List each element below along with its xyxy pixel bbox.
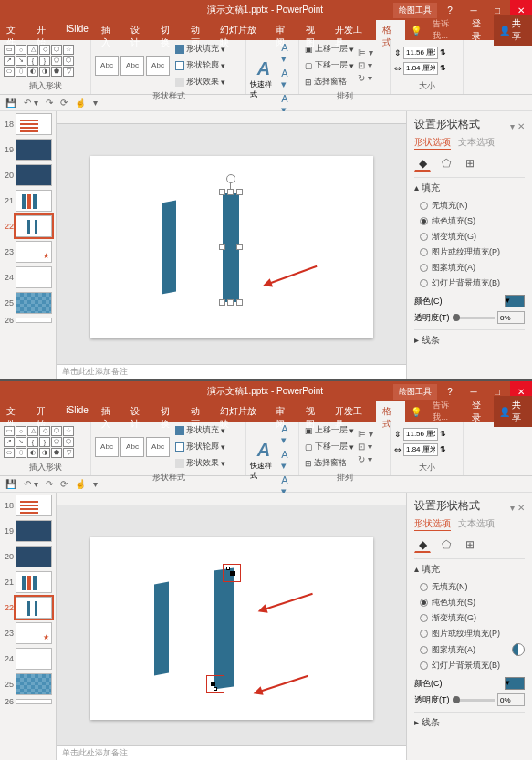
menu-islide[interactable]: iSlide [59, 20, 94, 40]
style-preset-1[interactable]: Abc [95, 437, 119, 457]
line-section[interactable]: ▸ 线条 [414, 334, 525, 347]
size-props-icon[interactable]: ⊞ [462, 536, 478, 553]
shape-selected[interactable] [223, 193, 239, 302]
line-section[interactable]: ▸ 线条 [414, 716, 525, 729]
slide-canvas[interactable] [57, 505, 406, 745]
menu-format[interactable]: 格式 [376, 20, 406, 40]
style-preset-3[interactable]: Abc [146, 437, 170, 457]
color-picker[interactable]: ▾ [505, 295, 525, 307]
fill-section[interactable]: ▴ 填充 [414, 563, 525, 576]
quick-styles-button[interactable]: A快速样式 [250, 440, 277, 481]
slide[interactable] [90, 537, 373, 720]
shape-gallery[interactable]: ▭○△◇⬡☆ ↗↘{}⬠⬡ ⬭⬯◐◑⬟▽ [4, 426, 74, 458]
undo-icon[interactable]: ↶ ▾ [24, 479, 38, 489]
save-icon[interactable]: 💾 [5, 98, 16, 108]
fill-section[interactable]: ▴ 填充 [414, 182, 525, 194]
radio-gradient-fill[interactable]: 渐变填充(G) [414, 610, 525, 626]
thumb-19[interactable]: 19 [0, 137, 56, 162]
text-fill-button[interactable]: A ▾ [281, 423, 295, 446]
touch-icon[interactable]: ☝ [75, 479, 86, 489]
tab-shape-options[interactable]: 形状选项 [414, 136, 451, 150]
thumb-18[interactable]: 18 [0, 493, 56, 518]
transparency-slider[interactable] [453, 699, 495, 702]
menu-view[interactable]: 视图 [299, 401, 329, 422]
thumb-22[interactable]: 22 [0, 595, 56, 620]
rotate-button[interactable]: ↻ ▾ [358, 73, 373, 83]
shape-outline-button[interactable]: 形状轮廓 ▾ [175, 58, 225, 72]
refresh-icon[interactable]: ⟳ [60, 479, 68, 489]
shape-selected[interactable] [214, 569, 234, 688]
rotation-handle[interactable] [226, 174, 235, 183]
style-preset-2[interactable]: Abc [120, 56, 144, 76]
thumb-24[interactable]: 24 [0, 265, 56, 290]
thumb-26[interactable]: 26 [0, 316, 56, 325]
effects-icon[interactable]: ⬠ [438, 155, 454, 172]
radio-slidebg-fill[interactable]: 幻灯片背景填充(B) [414, 276, 525, 291]
menu-animations[interactable]: 动画 [184, 20, 214, 40]
size-props-icon[interactable]: ⊞ [462, 155, 478, 172]
notes-pane[interactable]: 单击此处添加备注 [57, 364, 406, 379]
dropdown-icon[interactable]: ▾ [93, 479, 98, 489]
lightbulb-icon[interactable]: 💡 [405, 407, 427, 417]
thumb-24[interactable]: 24 [0, 646, 56, 672]
send-backward-button[interactable]: ▢ 下移一层 ▾ [303, 440, 356, 453]
pane-close-icon[interactable]: ▾ ✕ [510, 503, 525, 513]
transparency-slider[interactable] [453, 317, 495, 319]
quick-styles-button[interactable]: A快速样式 [250, 58, 277, 99]
style-preset-2[interactable]: Abc [120, 437, 144, 457]
shape-gallery[interactable]: ▭○△◇⬡☆ ↗↘{}⬠⬡ ⬭⬯◐◑⬟▽ [4, 45, 74, 77]
align-button[interactable]: ⊫ ▾ [358, 429, 373, 439]
save-icon[interactable]: 💾 [5, 479, 16, 489]
tab-text-options[interactable]: 文本选项 [458, 517, 495, 531]
align-button[interactable]: ⊫ ▾ [358, 47, 373, 57]
radio-solid-fill[interactable]: 纯色填充(S) [414, 213, 525, 229]
tab-shape-options[interactable]: 形状选项 [414, 517, 451, 531]
menu-design[interactable]: 设计 [124, 401, 154, 422]
menu-developer[interactable]: 开发工具 [329, 401, 375, 422]
tab-text-options[interactable]: 文本选项 [458, 136, 495, 150]
menu-islide[interactable]: iSlide [59, 401, 94, 422]
lightbulb-icon[interactable]: 💡 [405, 26, 427, 36]
selection-pane-button[interactable]: ⊞ 选择窗格 [303, 75, 356, 88]
radio-no-fill[interactable]: 无填充(N) [414, 579, 525, 595]
effects-icon[interactable]: ⬠ [438, 536, 454, 553]
fill-line-icon[interactable]: ◆ [414, 536, 431, 553]
height-input[interactable] [403, 428, 438, 441]
height-input[interactable] [403, 47, 438, 59]
radio-picture-fill[interactable]: 图片或纹理填充(P) [414, 626, 525, 641]
slide-canvas[interactable] [57, 124, 406, 364]
menu-insert[interactable]: 插入 [95, 401, 125, 422]
radio-picture-fill[interactable]: 图片或纹理填充(P) [414, 245, 525, 260]
transparency-value[interactable]: 0% [497, 693, 525, 706]
redo-icon[interactable]: ↷ [46, 479, 53, 489]
style-preset-1[interactable]: Abc [95, 56, 119, 76]
bring-forward-button[interactable]: ▣ 上移一层 ▾ [303, 42, 356, 56]
width-input[interactable] [403, 62, 438, 75]
thumb-19[interactable]: 19 [0, 518, 56, 544]
slide[interactable] [90, 156, 373, 338]
login-button[interactable]: 登录 [466, 397, 494, 426]
thumb-20[interactable]: 20 [0, 544, 56, 569]
refresh-icon[interactable]: ⟳ [60, 98, 68, 108]
menu-review[interactable]: 审阅 [269, 20, 299, 40]
radio-no-fill[interactable]: 无填充(N) [414, 198, 525, 213]
menu-insert[interactable]: 插入 [95, 20, 125, 40]
thumb-26[interactable]: 26 [0, 697, 56, 706]
menu-file[interactable]: 文件 [0, 401, 30, 422]
shape-effects-button[interactable]: 形状效果 ▾ [175, 75, 225, 88]
menu-slideshow[interactable]: 幻灯片放映 [214, 401, 269, 422]
thumb-18[interactable]: 18 [0, 111, 56, 137]
send-backward-button[interactable]: ▢ 下移一层 ▾ [303, 58, 356, 72]
shape-fill-button[interactable]: 形状填充 ▾ [175, 42, 225, 56]
bring-forward-button[interactable]: ▣ 上移一层 ▾ [303, 423, 356, 437]
menu-home[interactable]: 开始 [30, 20, 60, 40]
menu-design[interactable]: 设计 [124, 20, 154, 40]
shape-1[interactable] [162, 200, 176, 294]
radio-gradient-fill[interactable]: 渐变填充(G) [414, 229, 525, 245]
text-fill-button[interactable]: A ▾ [281, 42, 295, 65]
share-button[interactable]: 👤共享 [494, 15, 532, 46]
redo-icon[interactable]: ↷ [46, 98, 53, 108]
share-button[interactable]: 👤共享 [494, 396, 532, 427]
style-preset-3[interactable]: Abc [146, 56, 170, 76]
menu-format[interactable]: 格式 [376, 401, 406, 422]
